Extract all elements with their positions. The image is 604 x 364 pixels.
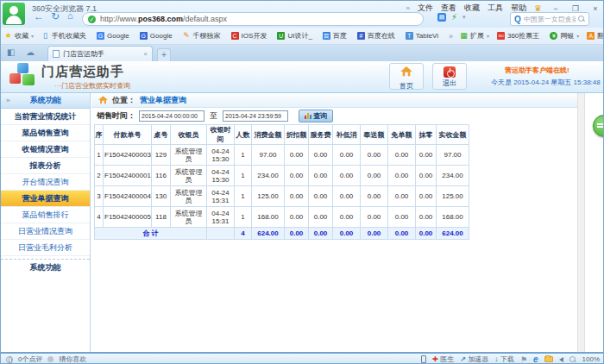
sidebar-item[interactable]: 开台情况查询: [1, 174, 90, 191]
guess-you-like[interactable]: 猜你喜欢: [59, 355, 86, 364]
table-header-cell[interactable]: 抹零: [416, 125, 437, 145]
collapse-sidebar-icon[interactable]: »: [6, 97, 9, 104]
sidebar-item[interactable]: 日营业毛利分析: [1, 240, 90, 256]
bookmark-item[interactable]: ✎ 千棵独家: [183, 31, 223, 41]
bookmark-item[interactable]: U UI设计_: [277, 31, 314, 41]
bookmark-favicon: ▯: [41, 32, 49, 40]
phone-icon[interactable]: [421, 355, 426, 363]
download-manager[interactable]: ↓ 下载: [494, 355, 514, 364]
bookmark-item[interactable]: ★ 收藏 ▾: [4, 31, 34, 41]
table-row[interactable]: 2F15042400001116 系统管理员04-24 15:301 234.0…: [95, 166, 469, 186]
chevron-down-icon[interactable]: ▾: [462, 14, 466, 21]
bookmark-item[interactable]: C IOS开发: [231, 31, 270, 41]
speaker-icon[interactable]: [559, 357, 563, 362]
new-tab-button[interactable]: +: [157, 48, 171, 61]
bookmark-item[interactable]: ¥ 网银 ▾: [550, 31, 579, 41]
app-home-button[interactable]: 首页: [389, 63, 424, 90]
minimize-button[interactable]: −: [550, 4, 562, 13]
close-button[interactable]: ×: [589, 4, 601, 13]
table-header-cell[interactable]: 补低消: [333, 125, 361, 145]
cloud-sync-icon[interactable]: ☁: [26, 47, 35, 57]
bookmarks-overflow-icon[interactable]: »: [449, 32, 453, 41]
table-header-cell[interactable]: 实收金额: [437, 125, 469, 145]
refresh-button[interactable]: ↻: [51, 10, 60, 22]
sidebar-item-label: 报表分析: [30, 161, 61, 170]
bookmark-label: 百度: [333, 31, 347, 41]
browser-doctor[interactable]: ✚ 医生: [432, 355, 454, 364]
site-safety-icon[interactable]: ✓: [88, 16, 96, 23]
table-header-cell[interactable]: 桌号: [152, 125, 171, 145]
bookmark-item[interactable]: ▯ 手机收藏夹: [41, 31, 89, 41]
menu-overflow-icon[interactable]: »: [406, 4, 410, 12]
speed-boost-icon[interactable]: ⚡: [451, 12, 457, 22]
breadcrumb-prefix: 位置：: [112, 95, 135, 106]
sidebar-item[interactable]: 菜品销售排行: [1, 207, 90, 223]
url-text[interactable]: http://www.pos368.com/default.aspx: [100, 15, 227, 23]
table-header-cell[interactable]: 服务费: [309, 125, 333, 145]
table-total-row: 合 计 4 624.00 0.00 0.00 0.00 0.00 0.00 0.…: [95, 228, 469, 240]
bookmark-item[interactable]: G Google: [97, 32, 132, 40]
chart-icon: [305, 113, 311, 119]
browser-window: 360安全浏览器 7.1 » 文件 查看 收藏 工具 帮助 ♛ − ❐ × ← …: [0, 0, 604, 364]
table-row[interactable]: 3F15042400004130 系统管理员04-24 15:311 125.0…: [95, 186, 469, 207]
sidebar-item[interactable]: 营业单据查询: [1, 191, 90, 207]
page-scrollbar[interactable]: [577, 93, 585, 352]
table-header-cell[interactable]: 奉送额: [361, 125, 388, 145]
extension-icon[interactable]: ▤: [437, 13, 446, 22]
sidebar-item[interactable]: 系统功能: [1, 259, 90, 275]
date-from-input[interactable]: [139, 110, 204, 122]
address-bar[interactable]: ✓ http://www.pos368.com/default.aspx: [82, 12, 424, 26]
menu-item[interactable]: 收藏: [464, 3, 480, 14]
table-header-cell[interactable]: 收银时间: [207, 125, 235, 145]
table-header-cell[interactable]: 消费金额: [252, 125, 285, 145]
user-avatar[interactable]: [3, 3, 25, 25]
guess-icon: [47, 356, 53, 362]
bookmark-item[interactable]: 360 360抢票王: [497, 31, 542, 41]
date-to-input[interactable]: [223, 110, 288, 122]
sidebar-item[interactable]: 日营业情况查询: [1, 223, 90, 240]
tab-store-assistant[interactable]: 门店营运助手 ×: [47, 46, 153, 61]
bookmark-item[interactable]: T TableVi: [406, 32, 441, 40]
ie-compat-icon[interactable]: e: [533, 355, 538, 364]
flag-icon[interactable]: ⚑: [520, 355, 527, 364]
table-header-cell[interactable]: 折扣额: [285, 125, 309, 145]
sidebar-item[interactable]: 菜品销售查询: [1, 125, 90, 141]
search-icon[interactable]: [578, 16, 585, 22]
menu-item[interactable]: 工具: [488, 3, 503, 14]
bookmark-favicon: 百: [323, 32, 330, 40]
browser-home-button[interactable]: ⌂: [67, 10, 73, 21]
table-row[interactable]: 4F15042400005118 系统管理员04-24 15:311 168.0…: [95, 207, 469, 228]
table-header-cell[interactable]: 免单额: [388, 125, 416, 145]
table-header-cell[interactable]: 收银员: [171, 125, 207, 145]
accelerator[interactable]: ↗ 加速器: [460, 355, 488, 364]
search-input[interactable]: Q 中国第一女巨贪落网: [510, 12, 589, 26]
app-exit-button[interactable]: 退出: [432, 63, 467, 90]
tab-close-icon[interactable]: ×: [143, 50, 148, 58]
reviews-icon[interactable]: [6, 356, 13, 363]
sidebar-panel-icon[interactable]: ◧: [7, 47, 15, 57]
zoom-icon[interactable]: [569, 356, 576, 363]
table-header-cell[interactable]: 付款单号: [104, 125, 152, 145]
sidebar-item-label: 日营业毛利分析: [18, 243, 72, 252]
floating-widget-button[interactable]: [593, 115, 604, 137]
sidebar-item[interactable]: 报表分析: [1, 158, 90, 174]
folder-icon[interactable]: [544, 356, 553, 362]
bookmark-item[interactable]: ▦ 扩展 ▾: [460, 31, 489, 41]
reviews-count[interactable]: 0个点评: [18, 355, 42, 364]
bookmark-item[interactable]: A 翻译 ▾: [587, 31, 604, 41]
table-row[interactable]: 1F15042400003129 系统管理员04-24 15:301 97.00…: [95, 145, 469, 166]
search-engine-icon: Q: [514, 15, 521, 24]
restore-button[interactable]: ❐: [569, 4, 582, 13]
zoom-level[interactable]: 100%: [582, 355, 600, 363]
table-header-cell[interactable]: 序: [95, 125, 104, 145]
sidebar-item[interactable]: 收银情况查询: [1, 141, 90, 158]
back-button[interactable]: ←: [34, 10, 44, 22]
query-button[interactable]: 查询: [299, 110, 333, 122]
search-placeholder-text[interactable]: 中国第一女巨贪落网: [524, 15, 576, 24]
bookmark-item[interactable]: # 百度在线: [357, 31, 398, 41]
browser-titlebar: 360安全浏览器 7.1 » 文件 查看 收藏 工具 帮助 ♛ − ❐ × ← …: [1, 1, 604, 28]
table-header-cell[interactable]: 人数: [235, 125, 252, 145]
bookmark-item[interactable]: G Google: [140, 32, 175, 40]
bookmark-item[interactable]: 百 百度: [323, 31, 349, 41]
sidebar-item[interactable]: 当前营业情况统计: [1, 109, 90, 125]
